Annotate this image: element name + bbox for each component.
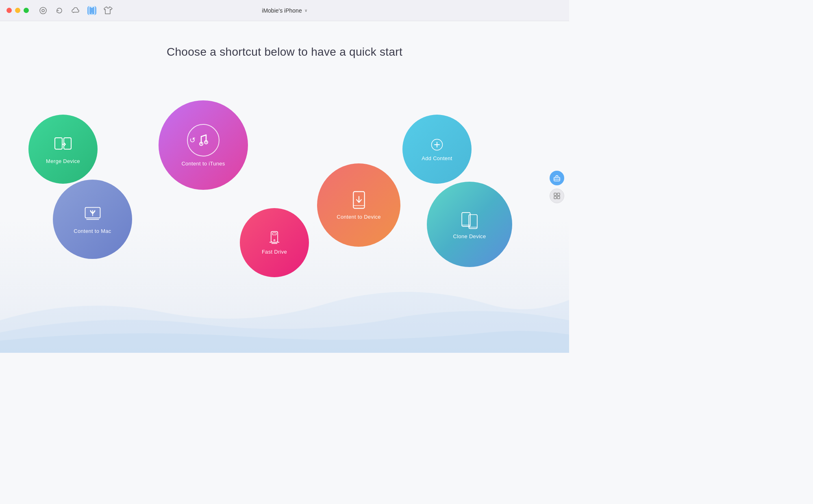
svg-rect-11 [271,231,278,242]
cloud-icon[interactable] [71,6,80,15]
merge-device-label: Merge Device [46,158,80,164]
fast-drive-button[interactable]: Fast Drive [240,208,309,277]
bubbles-container: Merge Device ↺ Content to iTunes [0,62,569,353]
clone-device-icon [460,210,479,229]
grid-button[interactable] [550,189,564,203]
phone-icon[interactable] [87,6,96,15]
clone-device-label: Clone Device [453,233,486,239]
svg-point-1 [42,9,44,12]
content-to-mac-button[interactable]: Content to Mac [53,180,132,259]
svg-point-3 [91,13,92,13]
content-to-device-button[interactable]: Content to Device [317,163,400,247]
device-dropdown-icon[interactable]: ∨ [304,8,307,13]
add-content-label: Add Content [422,155,452,161]
svg-rect-29 [557,196,560,199]
svg-rect-28 [554,196,556,199]
fast-drive-label: Fast Drive [262,249,287,255]
merge-device-button[interactable]: Merge Device [28,115,98,184]
close-button[interactable] [7,8,12,13]
content-to-itunes-label: Content to iTunes [181,161,225,167]
content-to-mac-icon [83,204,102,224]
content-to-mac-label: Content to Mac [74,228,111,234]
fast-drive-icon [267,231,282,245]
minimize-button[interactable] [15,8,20,13]
device-name: iMobie's iPhone [262,7,302,14]
main-content: Choose a shortcut below to have a quick … [0,21,569,353]
svg-rect-27 [557,193,560,196]
toolbox-button[interactable] [550,171,564,185]
itunes-circle-icon: ↺ [187,124,220,156]
svg-rect-5 [55,138,62,149]
shirt-icon[interactable] [104,6,113,15]
content-to-itunes-button[interactable]: ↺ Content to iTunes [159,100,248,190]
traffic-lights [7,8,29,13]
toolbar-icons [39,6,113,15]
music-note-icon [196,133,211,148]
title-center: iMobie's iPhone ∨ [262,7,307,14]
music-icon[interactable] [39,6,48,15]
merge-device-icon [53,135,73,154]
svg-point-0 [40,7,46,14]
page-title: Choose a shortcut below to have a quick … [167,46,402,59]
maximize-button[interactable] [24,8,29,13]
svg-point-13 [274,239,275,241]
toolbox-icon [553,174,561,182]
add-content-icon [430,137,444,152]
refresh-icon[interactable] [55,6,64,15]
side-buttons [550,171,564,203]
svg-rect-26 [554,193,556,196]
grid-icon [554,193,560,199]
itunes-arrow-icon: ↺ [189,136,196,145]
content-to-device-label: Content to Device [337,214,380,220]
clone-device-button[interactable]: Clone Device [427,182,512,267]
title-bar: iMobie's iPhone ∨ [0,0,569,21]
add-content-button[interactable]: Add Content [402,115,472,184]
content-to-device-icon [349,190,369,210]
svg-rect-12 [272,232,276,235]
